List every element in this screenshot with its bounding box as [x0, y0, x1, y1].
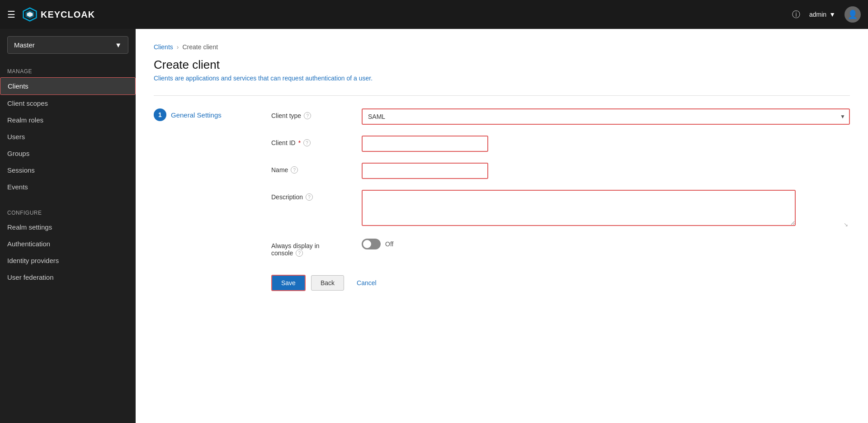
help-icon[interactable]: ⓘ: [792, 9, 800, 20]
resize-handle-icon: ↘: [844, 221, 849, 227]
cancel-button[interactable]: Cancel: [349, 276, 384, 290]
always-display-control: Off: [362, 239, 850, 249]
always-display-toggle-row: Off: [362, 239, 850, 249]
logo-text: KEYCLOAK: [41, 9, 95, 20]
description-group: Description ? ↘: [271, 190, 850, 228]
keycloak-logo-icon: [23, 7, 37, 22]
realm-label: Master: [14, 41, 35, 49]
client-type-select-wrapper: OpenID ConnectSAML ▼: [362, 108, 850, 125]
breadcrumb: Clients › Create client: [154, 43, 850, 51]
users-label: Users: [7, 133, 25, 141]
page-title: Create client: [154, 58, 850, 72]
step-item-1: 1 General Settings: [154, 108, 253, 121]
name-input[interactable]: [362, 163, 488, 179]
name-label: Name ?: [271, 163, 362, 174]
content-area: Clients › Create client Create client Cl…: [136, 29, 868, 423]
realm-settings-label: Realm settings: [7, 223, 52, 231]
client-type-label: Client type ?: [271, 108, 362, 119]
client-id-input[interactable]: [362, 136, 488, 152]
sidebar-divider: [0, 195, 136, 202]
sidebar-item-client-scopes[interactable]: Client scopes: [0, 95, 136, 112]
client-id-required: *: [298, 139, 301, 146]
form-fields: Client type ? OpenID ConnectSAML ▼: [253, 108, 850, 291]
sidebar-item-identity-providers[interactable]: Identity providers: [0, 252, 136, 269]
client-type-select[interactable]: OpenID ConnectSAML: [362, 108, 850, 125]
realm-chevron-icon: ▼: [115, 41, 122, 49]
hamburger-icon[interactable]: ☰: [7, 9, 15, 20]
toggle-off-label: Off: [385, 240, 393, 248]
description-help-icon[interactable]: ?: [306, 193, 313, 201]
chevron-down-icon: ▼: [829, 11, 835, 18]
sessions-label: Sessions: [7, 166, 35, 174]
breadcrumb-current: Create client: [182, 43, 218, 51]
sidebar-item-user-federation[interactable]: User federation: [0, 269, 136, 286]
logo: KEYCLOAK: [23, 7, 95, 22]
always-display-group: Always display in console ?: [271, 239, 850, 257]
client-id-label: Client ID * ?: [271, 136, 362, 146]
description-control: ↘: [362, 190, 850, 228]
name-group: Name ?: [271, 163, 850, 179]
realm-roles-label: Realm roles: [7, 116, 43, 124]
configure-section-label: Configure: [0, 202, 136, 219]
step-panel: 1 General Settings: [154, 108, 253, 291]
step-circle-1: 1: [154, 108, 166, 121]
sidebar-item-users[interactable]: Users: [0, 128, 136, 145]
clients-label: Clients: [8, 82, 28, 90]
client-id-group: Client ID * ?: [271, 136, 850, 152]
always-display-toggle[interactable]: [362, 239, 381, 249]
client-id-help-icon[interactable]: ?: [303, 139, 311, 146]
main-layout: Master ▼ Manage Clients Client scopes Re…: [0, 29, 868, 423]
toggle-knob: [363, 240, 371, 248]
sidebar-item-realm-roles[interactable]: Realm roles: [0, 112, 136, 128]
authentication-label: Authentication: [7, 240, 50, 248]
action-buttons: Save Back Cancel: [271, 275, 850, 291]
admin-label: admin: [809, 11, 826, 18]
sidebar: Master ▼ Manage Clients Client scopes Re…: [0, 29, 136, 423]
sidebar-item-events[interactable]: Events: [0, 179, 136, 195]
content-inner: Clients › Create client Create client Cl…: [136, 29, 868, 306]
description-label: Description ?: [271, 190, 362, 201]
navbar-right: ⓘ admin ▼ 👤: [792, 6, 861, 23]
manage-section-label: Manage: [0, 61, 136, 77]
page-subtitle: Clients are applications and services th…: [154, 75, 850, 82]
client-type-control: OpenID ConnectSAML ▼: [362, 108, 850, 125]
user-federation-label: User federation: [7, 273, 54, 281]
client-scopes-label: Client scopes: [7, 99, 48, 107]
sidebar-item-groups[interactable]: Groups: [0, 145, 136, 162]
realm-selector[interactable]: Master ▼: [7, 36, 128, 54]
client-type-help-icon[interactable]: ?: [304, 112, 311, 119]
always-display-label: Always display in console ?: [271, 239, 362, 257]
form-wrapper: 1 General Settings Client type ?: [154, 96, 850, 291]
navbar-left: ☰ KEYCLOAK: [7, 7, 95, 22]
name-help-icon[interactable]: ?: [291, 166, 298, 174]
save-button[interactable]: Save: [271, 275, 306, 291]
avatar[interactable]: 👤: [844, 6, 861, 23]
admin-dropdown[interactable]: admin ▼: [809, 11, 835, 18]
name-control: [362, 163, 850, 179]
sidebar-item-sessions[interactable]: Sessions: [0, 162, 136, 179]
navbar: ☰ KEYCLOAK ⓘ admin ▼ 👤: [0, 0, 868, 29]
client-type-group: Client type ? OpenID ConnectSAML ▼: [271, 108, 850, 125]
always-display-help-icon[interactable]: ?: [296, 249, 303, 257]
step-label-1: General Settings: [171, 111, 222, 119]
client-id-control: [362, 136, 850, 152]
sidebar-item-realm-settings[interactable]: Realm settings: [0, 219, 136, 235]
groups-label: Groups: [7, 150, 29, 157]
breadcrumb-separator: ›: [177, 43, 179, 51]
breadcrumb-clients[interactable]: Clients: [154, 43, 173, 51]
sidebar-item-clients[interactable]: Clients: [0, 77, 136, 95]
back-button[interactable]: Back: [311, 275, 344, 291]
description-textarea[interactable]: [362, 190, 796, 226]
events-label: Events: [7, 183, 28, 191]
identity-providers-label: Identity providers: [7, 257, 59, 264]
sidebar-item-authentication[interactable]: Authentication: [0, 235, 136, 252]
